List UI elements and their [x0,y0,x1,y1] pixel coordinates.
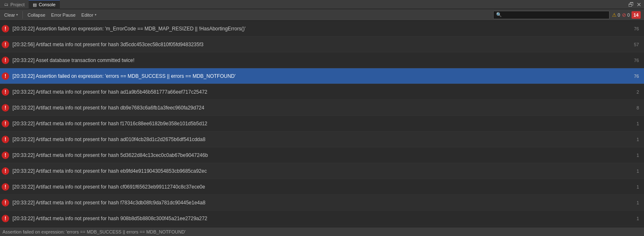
error-icon: ! [2,72,9,80]
log-text: [20:33:22] Asset database transaction co… [12,57,630,63]
log-text: [20:33:22] Assertion failed on expressio… [12,73,630,79]
error-icon: ! [2,57,9,64]
error-count: 0 [627,12,630,17]
error-icon: ! [2,136,9,143]
log-row[interactable]: ![20:33:22] Asset database transaction c… [0,52,644,68]
tab-project[interactable]: 🗂 Project [0,0,29,9]
log-count: 57 [630,42,642,47]
log-count: 76 [630,58,642,63]
log-text: [20:33:22] Artifact meta info not presen… [12,121,630,127]
status-text: Assertion failed on expression: 'errors … [2,229,186,234]
error-pause-label: Error Pause [51,12,76,17]
separator-1 [22,11,23,19]
clear-button[interactable]: Clear ▾ [2,10,20,20]
error-icon: ! [2,120,9,127]
clear-label: Clear [4,12,15,17]
error-icon: ! [2,152,9,159]
search-box[interactable]: 🔍 [493,11,610,19]
log-text: [20:33:22] Artifact meta info not presen… [12,89,630,95]
error-icon: ⊘ [622,12,626,18]
error-icon: ! [2,88,9,96]
log-row[interactable]: ![20:33:22] Artifact meta info not prese… [0,195,644,211]
log-count: 1 [630,200,642,205]
log-count: 1 [630,121,642,126]
restore-button[interactable]: 🗗 [628,2,634,7]
log-area[interactable]: ![20:33:22] Assertion failed on expressi… [0,21,644,227]
log-row[interactable]: ![20:33:22] Artifact meta info not prese… [0,100,644,116]
close-button[interactable]: ✕ [637,2,642,7]
log-count: 1 [630,184,642,189]
log-text: [20:33:22] Artifact meta info not presen… [12,184,630,190]
log-text: [20:33:22] Artifact meta info not presen… [12,216,630,221]
log-count: 1 [630,216,642,221]
total-badge: 14 [632,11,641,19]
toolbar: Clear ▾ Collapse Error Pause Editor ▾ 🔍 … [0,9,644,21]
editor-button[interactable]: Editor ▾ [79,10,99,20]
tab-console-label: Console [39,2,55,7]
error-icon: ! [2,215,9,222]
log-row[interactable]: ![20:32:56] Artifact meta info not prese… [0,37,644,52]
log-text: [20:33:22] Assertion failed on expressio… [12,26,630,32]
error-icon: ! [2,167,9,175]
log-text: [20:33:22] Artifact meta info not presen… [12,137,630,142]
tab-console[interactable]: ▤ Console [29,0,59,9]
log-row[interactable]: ![20:33:22] Artifact meta info not prese… [0,163,644,179]
log-count: 76 [630,26,642,31]
tab-bar: 🗂 Project ▤ Console 🗗 ✕ [0,0,644,9]
collapse-label: Collapse [27,12,45,17]
error-icon: ! [2,183,9,191]
badge-group: ⚠ 0 ⊘ 0 14 [612,11,641,19]
log-row[interactable]: ![20:33:22] Artifact meta info not prese… [0,132,644,147]
error-icon: ! [2,104,9,112]
log-row[interactable]: ![20:33:22] Artifact meta info not prese… [0,84,644,100]
log-row[interactable]: ![20:33:22] Artifact meta info not prese… [0,147,644,163]
log-row[interactable]: ![20:33:22] Assertion failed on expressi… [0,68,644,84]
error-icon: ! [2,199,9,206]
tab-project-label: Project [10,2,25,7]
log-count: 2 [630,89,642,94]
clear-dropdown-icon: ▾ [16,13,18,17]
warn-badge: ⚠ 0 [612,12,620,18]
search-icon: 🔍 [496,12,502,17]
log-count: 8 [630,105,642,110]
log-text: [20:33:22] Artifact meta info not presen… [12,105,630,111]
search-input[interactable] [504,12,607,17]
tab-bar-right: 🗗 ✕ [628,2,644,7]
error-badge: ⊘ 0 [622,12,630,18]
error-icon: ! [2,41,9,48]
log-row[interactable]: ![20:33:22] Artifact meta info not prese… [0,179,644,195]
log-row[interactable]: ![20:33:22] Assertion failed on expressi… [0,21,644,37]
log-text: [20:32:56] Artifact meta info not presen… [12,42,630,47]
collapse-button[interactable]: Collapse [25,10,48,20]
log-row[interactable]: ![20:33:22] Artifact meta info not prese… [0,116,644,132]
editor-dropdown-icon: ▾ [95,13,96,17]
error-icon: ! [2,25,9,32]
warn-icon: ⚠ [612,12,617,18]
editor-label: Editor [81,12,93,17]
log-count: 1 [630,137,642,142]
project-icon: 🗂 [4,2,8,7]
log-text: [20:33:22] Artifact meta info not presen… [12,168,630,174]
log-count: 1 [630,153,642,158]
log-text: [20:33:22] Artifact meta info not presen… [12,152,630,158]
status-bar: Assertion failed on expression: 'errors … [0,227,644,236]
log-count: 76 [630,74,642,79]
warn-count: 0 [618,12,620,17]
log-row[interactable]: ![20:33:22] Artifact meta info not prese… [0,211,644,226]
toolbar-right: 🔍 ⚠ 0 ⊘ 0 14 [493,11,643,19]
error-pause-button[interactable]: Error Pause [49,10,78,20]
log-text: [20:33:22] Artifact meta info not presen… [12,200,630,206]
console-icon: ▤ [33,2,37,7]
log-count: 1 [630,169,642,174]
